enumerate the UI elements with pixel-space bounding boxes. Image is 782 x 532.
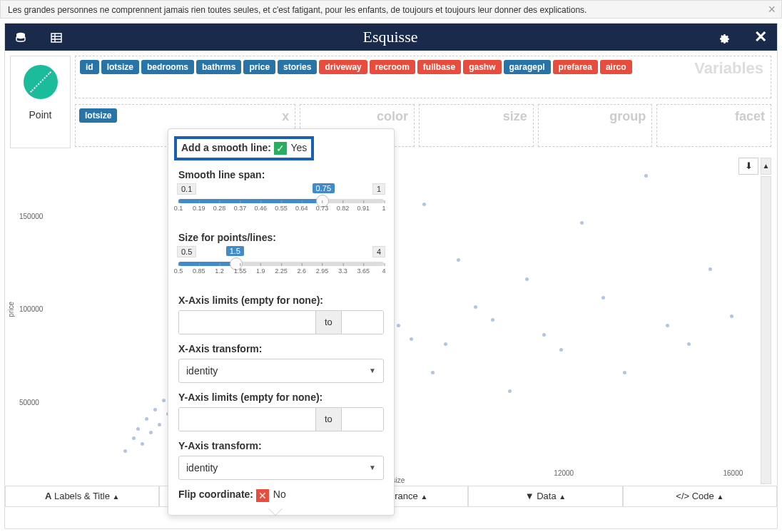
data-point [132,436,136,440]
data-point [474,305,477,309]
span-label: Smooth line span: [178,169,384,180]
size-slider[interactable]: 0.5 4 1.5 0.50.851.21.551.92.252.62.953.… [178,247,384,286]
pill-lotsize[interactable]: lotsize [101,60,139,74]
data-point [730,314,733,318]
xtrans-select[interactable]: identity [178,359,384,383]
tab-labels-title[interactable]: A Labels & Title ▲ [5,486,159,507]
pill-prefarea[interactable]: prefarea [553,60,598,74]
app-title: Esquisse [83,28,697,46]
y-axis-label: price [7,302,15,317]
pill-fullbase[interactable]: fullbase [417,60,461,74]
data-point [410,337,413,341]
app-frame: Esquisse ✕ Point Variables idlotsizebedr… [4,23,778,529]
flip-checkbox-icon[interactable]: ✕ [256,489,269,502]
data-point [491,318,494,322]
data-point [687,342,691,346]
data-point [153,408,157,411]
aes-size-dropzone[interactable]: size [419,104,534,147]
geom-label: Point [11,109,70,121]
ylim-to-input[interactable] [342,408,384,431]
pill-price[interactable]: price [243,60,275,74]
data-point [457,258,460,262]
gear-icon[interactable] [718,31,730,45]
data-point [149,431,153,434]
pill-bathrms[interactable]: bathrms [196,60,241,74]
pill-garagepl[interactable]: garagepl [504,60,551,74]
tab-data[interactable]: ▼ Data ▲ [468,486,622,507]
xtrans-label: X-Axis transform: [178,343,384,354]
data-point [431,371,435,374]
variables-dropzone[interactable]: Variables idlotsizebedroomsbathrmsprices… [75,56,771,98]
svg-rect-1 [51,34,61,42]
data-point [397,324,400,327]
ylim-range: to [178,407,384,431]
pill-driveway[interactable]: driveway [319,60,367,74]
smooth-checkbox-icon[interactable]: ✓ [274,142,287,155]
data-point [123,449,127,453]
size-label: Size for points/lines: [178,232,384,243]
pill-x-lotsize[interactable]: lotsize [79,108,117,123]
smooth-line-highlight: Add a smooth line: ✓ Yes [174,136,314,160]
data-icon[interactable] [15,30,26,44]
data-point [422,203,426,206]
xlim-label: X-Axis limits (empty for none): [178,295,384,306]
data-point [444,342,447,346]
point-geom-icon [24,65,58,99]
data-point [666,324,669,327]
data-point [559,348,563,352]
aes-group-dropzone[interactable]: group [538,104,653,147]
top-message-text: Les grandes personnes ne comprennent jam… [8,5,586,15]
app-header: Esquisse ✕ [5,24,777,51]
xlim-range: to [178,310,384,334]
tab-code[interactable]: </> Code ▲ [623,486,777,507]
data-point [141,442,144,446]
side-collapse-strip[interactable] [761,176,771,484]
data-point [508,389,512,393]
data-point [162,399,166,402]
data-point [158,423,161,426]
pill-id[interactable]: id [80,60,99,74]
ytrans-label: Y-Axis transform: [178,440,384,451]
close-app-icon[interactable]: ✕ [754,28,767,46]
ylim-from-input[interactable] [179,408,315,431]
data-point [525,277,529,281]
pill-airco[interactable]: airco [600,60,632,74]
ylim-label: Y-Axis limits (empty for none): [178,392,384,403]
span-slider[interactable]: 0.1 1 0.75 0.10.190.280.370.460.550.640.… [178,185,384,223]
data-point [145,417,148,421]
plot-options-popover: Add a smooth line: ✓ Yes Smooth line spa… [168,128,395,516]
pill-gashw[interactable]: gashw [463,60,501,74]
ytrans-select[interactable]: identity [178,456,384,480]
flip-no-text: No [273,488,286,500]
data-point [580,221,584,225]
data-point [136,427,140,431]
smooth-yes-text: Yes [291,142,308,153]
data-point [644,174,648,178]
data-point [542,333,546,337]
xlim-to-input[interactable] [342,311,384,334]
data-point [623,371,626,374]
table-icon[interactable] [51,30,62,44]
expand-icon[interactable]: ▲ [761,158,771,175]
data-point [601,296,605,300]
close-icon[interactable]: × [768,2,776,17]
data-point [709,267,712,271]
pill-recroom[interactable]: recroom [370,60,415,74]
top-message-bar: Les grandes personnes ne comprennent jam… [0,0,782,19]
pill-bedrooms[interactable]: bedrooms [141,60,194,74]
aes-facet-dropzone[interactable]: facet [656,104,771,147]
flip-label: Flip coordinate: [178,488,253,500]
pill-stories[interactable]: stories [278,60,317,74]
variables-label: Variables [694,59,763,78]
smooth-line-label: Add a smooth line: [181,142,271,153]
geom-selector[interactable]: Point [10,56,71,148]
xlim-from-input[interactable] [179,311,315,334]
